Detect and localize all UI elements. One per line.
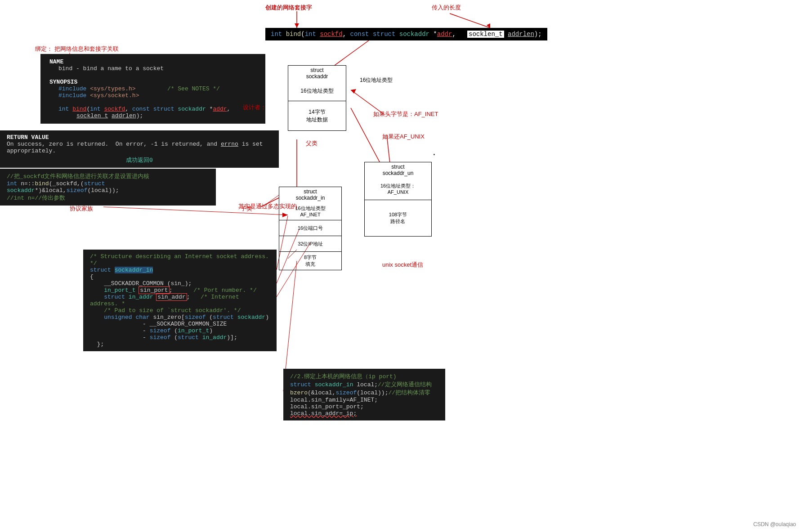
label-protocol-family: 协议家族 [70,205,93,213]
man-page-block: NAME bind - bind a name to a socket SYNO… [40,54,265,124]
dot-indicator: . [432,148,437,157]
sockaddr-in-code-block: /* Structure describing an Internet sock… [83,250,277,351]
bind-code-block: //把_sockfd文件和网络信息进行关联才是设置进内核 int n=::bin… [0,169,216,206]
label-if-inet: 如果头字节是：AF_INET [373,110,438,118]
label-16bit-type: 16位地址类型 [360,76,393,84]
struct-sockaddr-in-diagram: structsockaddr_in 16位地址类型AF_INET 16位端口号 … [279,187,342,270]
label-parent-class: 父类 [306,139,318,148]
bottom-code-block: //2.绑定上本机的网络信息（ip port) struct sockaddr_… [283,369,445,420]
function-signature: int bind(int sockfd, const struct sockad… [265,28,547,40]
label-pass-length: 传入的长度 [432,4,461,12]
label-subclass: 子类 [241,205,252,213]
label-designer: 设计者： [243,103,266,112]
label-unix-comm: unix socket通信 [382,261,423,269]
label-bind-desc: 绑定： 把网络信息和套接字关联 [35,45,119,53]
label-if-unix: 如果还AF_UNIX [382,133,425,141]
struct-sockaddr-diagram: structsockaddr 16位地址类型 14字节地址数据 [288,65,346,131]
label-create-socket-text: 创建的网络套接字 [265,4,312,12]
watermark-text: CSDN @oulaqiao [753,521,796,528]
struct-sockaddr-un-diagram: structsockaddr_un 16位地址类型：AF_UNIX 108字节路… [364,162,432,237]
return-value-block: RETURN VALUE On success, zero is returne… [0,130,279,168]
